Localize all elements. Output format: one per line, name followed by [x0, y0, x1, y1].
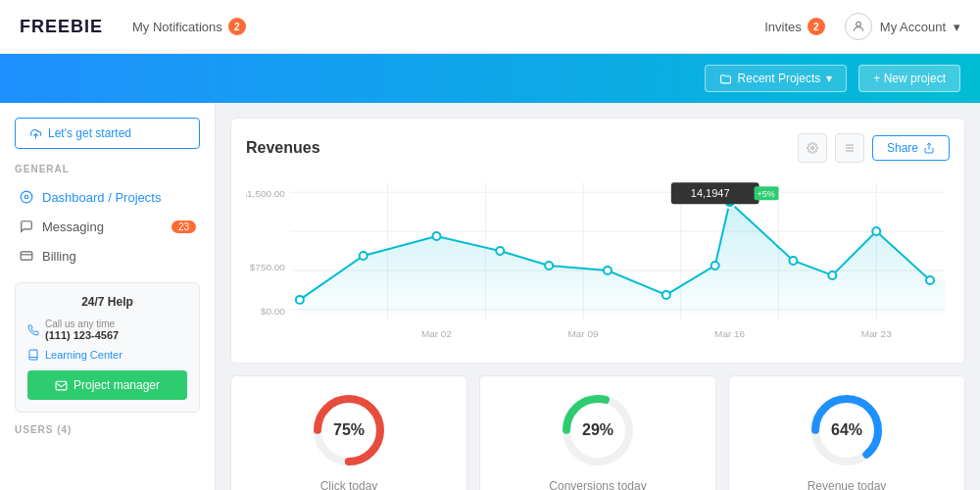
book-icon	[27, 349, 39, 361]
settings-button[interactable]	[798, 133, 827, 163]
stat-card-click: 75% Click today 3,123,121	[230, 375, 467, 490]
revenue-chart: $0.00 $750.00 $1,500.00 Mar 02 Mar 09 Ma…	[246, 172, 950, 344]
svg-point-36	[711, 262, 719, 270]
donut-revenue-label: 64%	[831, 421, 862, 439]
messaging-label: Messaging	[42, 220, 104, 234]
share-label: Share	[887, 141, 918, 155]
content-area: Revenues Share	[216, 103, 980, 490]
svg-point-33	[545, 262, 553, 270]
get-started-button[interactable]: Let's get started	[15, 118, 200, 149]
chart-area: $0.00 $750.00 $1,500.00 Mar 02 Mar 09 Ma…	[246, 172, 950, 348]
invites-badge: 2	[808, 18, 825, 35]
main-layout: Let's get started GENERAL Dashboard / Pr…	[0, 103, 980, 490]
call-label: Call us any time	[45, 318, 119, 329]
header: FREEBIE My Notifications 2 Invites 2 My …	[0, 0, 980, 54]
svg-point-3	[24, 195, 28, 199]
svg-point-34	[604, 267, 612, 274]
stat-revenue-title: Revenue today	[808, 479, 887, 490]
blue-bar: Recent Projects ▾ + New project	[0, 54, 980, 103]
billing-icon	[19, 248, 34, 264]
messaging-icon	[19, 219, 34, 234]
svg-point-41	[926, 276, 934, 284]
svg-text:+5%: +5%	[757, 189, 774, 199]
notifications-label: My Notifications	[132, 20, 222, 34]
svg-rect-6	[56, 381, 67, 390]
donut-conversions: 29%	[559, 391, 637, 469]
envelope-icon	[55, 379, 68, 392]
notifications-badge: 2	[228, 18, 246, 35]
svg-point-29	[296, 296, 304, 304]
dashboard-icon	[19, 189, 34, 205]
stat-conversions-title: Conversions today	[549, 479, 646, 490]
folder-icon	[719, 73, 732, 85]
users-section-label: USERS (4)	[15, 424, 200, 435]
share-button[interactable]: Share	[872, 135, 950, 161]
sidebar: Let's get started GENERAL Dashboard / Pr…	[0, 103, 216, 490]
stat-click-title: Click today	[320, 479, 378, 490]
users-section: USERS (4)	[15, 424, 200, 435]
new-project-label: + New project	[873, 72, 946, 85]
svg-text:Mar 02: Mar 02	[421, 328, 452, 339]
donut-click-label: 75%	[333, 421, 365, 439]
account-label: My Account	[880, 20, 946, 34]
svg-point-2	[21, 191, 32, 203]
sidebar-item-messaging[interactable]: Messaging 23	[15, 212, 200, 241]
sidebar-item-billing[interactable]: Billing	[15, 241, 200, 270]
notifications-button[interactable]: My Notifications 2	[132, 18, 246, 35]
svg-point-32	[496, 247, 504, 255]
svg-text:Mar 09: Mar 09	[568, 328, 599, 339]
svg-text:$750.00: $750.00	[250, 262, 285, 272]
phone-number: (111) 123-4567	[45, 329, 119, 341]
invites-label: Invites	[764, 20, 802, 34]
share-icon	[923, 142, 935, 154]
sort-button[interactable]	[835, 133, 864, 163]
stat-card-revenue: 64% Revenue today 1,573,989	[728, 375, 965, 490]
donut-click: 75%	[310, 391, 388, 469]
stats-row: 75% Click today 3,123,121 29% Conversion…	[230, 375, 965, 490]
stat-card-conversions: 29% Conversions today 743,35	[479, 375, 716, 490]
account-avatar	[845, 13, 872, 40]
logo: FREEBIE	[20, 17, 103, 37]
header-right: Invites 2 My Account ▾	[764, 13, 960, 40]
recent-projects-chevron: ▾	[826, 72, 832, 85]
general-section-label: GENERAL	[15, 164, 200, 174]
account-chevron-icon: ▾	[954, 20, 960, 34]
chart-header: Revenues Share	[246, 133, 950, 163]
svg-point-7	[810, 147, 813, 150]
cloud-icon	[29, 127, 42, 140]
project-manager-button[interactable]: Project manager	[27, 370, 187, 400]
svg-point-35	[662, 291, 670, 299]
svg-text:14,1947: 14,1947	[691, 187, 730, 199]
new-project-button[interactable]: + New project	[858, 65, 960, 92]
chart-title: Revenues	[246, 139, 320, 157]
gear-icon	[807, 142, 818, 154]
learning-center-label: Learning Center	[45, 349, 122, 361]
donut-conversions-label: 29%	[582, 421, 613, 439]
svg-point-0	[856, 22, 860, 26]
recent-projects-label: Recent Projects	[738, 72, 821, 85]
help-box: 24/7 Help Call us any time (111) 123-456…	[15, 282, 200, 413]
project-manager-label: Project manager	[74, 378, 160, 392]
donut-revenue: 64%	[808, 391, 886, 469]
svg-point-31	[432, 232, 440, 240]
svg-point-39	[828, 271, 836, 279]
learning-center-link[interactable]: Learning Center	[27, 349, 187, 361]
chart-card: Revenues Share	[230, 118, 965, 364]
help-phone-row: Call us any time (111) 123-4567	[27, 318, 187, 341]
help-title: 24/7 Help	[27, 295, 187, 309]
svg-rect-4	[21, 252, 32, 260]
svg-point-38	[789, 257, 797, 265]
recent-projects-button[interactable]: Recent Projects ▾	[705, 65, 848, 92]
billing-label: Billing	[42, 249, 76, 264]
svg-point-40	[872, 227, 880, 235]
svg-point-30	[360, 252, 368, 260]
phone-icon	[27, 324, 39, 336]
svg-text:$1,500.00: $1,500.00	[246, 188, 285, 199]
messaging-badge: 23	[172, 220, 196, 233]
invites-button[interactable]: Invites 2	[764, 18, 825, 35]
sidebar-item-dashboard[interactable]: Dashboard / Projects	[15, 182, 200, 212]
get-started-label: Let's get started	[48, 126, 131, 140]
sort-icon	[844, 142, 856, 154]
account-button[interactable]: My Account ▾	[845, 13, 960, 40]
svg-text:Mar 23: Mar 23	[861, 328, 892, 339]
